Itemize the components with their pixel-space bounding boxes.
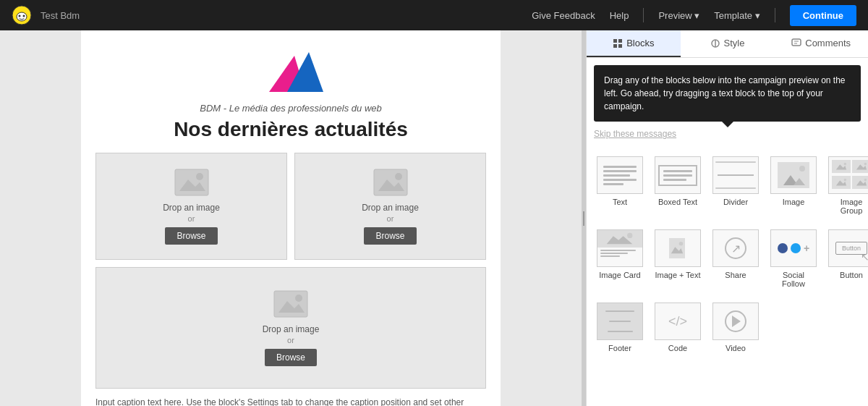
svg-point-33 (627, 233, 632, 238)
block-label-footer: Footer (608, 344, 631, 352)
svg-point-31 (864, 179, 867, 182)
canvas-area: BDM - Le média des professionnels du web… (0, 30, 582, 406)
tab-style[interactable]: Style (681, 30, 775, 57)
comments-icon (791, 38, 801, 48)
svg-rect-18 (618, 44, 622, 48)
svg-point-27 (864, 163, 867, 166)
browse-button-3[interactable]: Browse (265, 349, 317, 366)
brand-logo (255, 45, 327, 96)
tab-comments[interactable]: Comments (774, 30, 868, 57)
svg-point-35 (678, 242, 682, 245)
drop-or-1: or (188, 214, 195, 223)
block-icon-boxed-text (655, 156, 701, 194)
template-link[interactable]: Template ▾ (714, 10, 760, 21)
block-icon-image (770, 156, 817, 194)
preview-link[interactable]: Preview ▾ (658, 10, 699, 21)
block-icon-social-follow: + (770, 229, 817, 267)
drop-or-3: or (287, 336, 294, 344)
block-item-image-text[interactable]: Image + Text (652, 225, 704, 292)
block-label-video: Video (726, 344, 746, 352)
svg-marker-34 (671, 247, 682, 253)
block-icon-button: Button ↖ (828, 229, 868, 267)
right-panel: Blocks Style Comments Drag any of th (586, 30, 868, 406)
svg-marker-28 (836, 180, 846, 185)
image-placeholder-icon-2 (373, 168, 409, 197)
svg-point-2 (19, 15, 21, 17)
block-label-social-follow: Social Follow (770, 271, 817, 288)
block-item-share[interactable]: ↗ Share (710, 225, 762, 292)
site-tagline: BDM - Le média des professionnels du web (81, 103, 501, 114)
drop-text-3: Drop an image (263, 324, 320, 334)
browse-button-1[interactable]: Browse (165, 227, 217, 245)
block-label-image-group: Image Group (828, 198, 868, 215)
tab-blocks[interactable]: Blocks (587, 30, 681, 57)
block-item-button[interactable]: Button ↖ Button (825, 225, 868, 292)
block-item-image-card[interactable]: Image Card (594, 225, 646, 292)
panel-tabs: Blocks Style Comments (587, 30, 868, 58)
hint-text: Drag any of the blocks below into the ca… (604, 75, 846, 111)
style-icon (710, 38, 720, 48)
skip-messages-link[interactable]: Skip these messages (594, 129, 861, 139)
block-item-image-group[interactable]: Image Group (825, 152, 868, 219)
block-item-social-follow[interactable]: + Social Follow (767, 225, 820, 292)
svg-point-8 (196, 173, 203, 180)
nav-divider2 (775, 8, 775, 22)
site-headline: Nos dernières actualités (81, 118, 501, 141)
continue-button[interactable]: Continue (790, 5, 856, 26)
image-placeholder-icon-3 (273, 289, 309, 318)
svg-point-25 (844, 163, 847, 166)
svg-point-11 (395, 173, 402, 180)
svg-rect-17 (613, 44, 617, 48)
help-link[interactable]: Help (610, 10, 629, 21)
app-title: Test Bdm (41, 10, 523, 21)
svg-marker-26 (856, 164, 867, 169)
block-label-boxed-text: Boxed Text (658, 198, 697, 206)
block-label-image-text: Image + Text (655, 271, 700, 279)
block-item-image[interactable]: Image (767, 152, 820, 219)
block-item-boxed-text[interactable]: Boxed Text (652, 152, 704, 219)
block-label-divider: Divider (723, 198, 748, 206)
main-area: BDM - Le média des professionnels du web… (0, 30, 868, 406)
block-icon-video (712, 303, 759, 340)
logo-area (81, 30, 501, 103)
top-nav: Test Bdm Give Feedback Help Preview ▾ Te… (0, 0, 868, 30)
image-drop-2: Drop an image or Browse (294, 153, 486, 260)
svg-rect-15 (613, 39, 617, 43)
canvas-inner: BDM - Le média des professionnels du web… (81, 30, 501, 406)
drop-text-2: Drop an image (362, 203, 419, 213)
svg-point-29 (844, 179, 847, 182)
block-label-share: Share (725, 271, 746, 279)
give-feedback-link[interactable]: Give Feedback (532, 10, 595, 21)
svg-rect-6 (175, 169, 208, 195)
block-icon-code: </> (655, 303, 701, 340)
drop-text-1: Drop an image (163, 203, 220, 213)
image-drop-3: Drop an image or Browse (95, 267, 486, 389)
block-item-footer[interactable]: Footer (594, 298, 646, 357)
svg-point-3 (23, 15, 25, 17)
browse-button-2[interactable]: Browse (364, 227, 416, 245)
block-label-code: Code (668, 344, 687, 352)
block-label-image: Image (783, 198, 805, 206)
image-drop-1: Drop an image or Browse (95, 153, 287, 260)
svg-rect-21 (792, 39, 801, 46)
block-icon-share: ↗ (712, 229, 759, 267)
block-item-divider[interactable]: Divider (710, 152, 762, 219)
app-logo (12, 5, 32, 25)
svg-marker-30 (856, 180, 867, 185)
block-icon-image-text (655, 229, 701, 267)
block-grid: Text Boxed Text (587, 146, 868, 363)
svg-rect-12 (274, 291, 307, 317)
drop-or-2: or (387, 214, 394, 223)
resize-handle[interactable] (582, 30, 586, 406)
block-item-video[interactable]: Video (710, 298, 762, 357)
block-label-button: Button (840, 271, 863, 279)
hint-box: Drag any of the blocks below into the ca… (594, 65, 861, 122)
image-grid-top: Drop an image or Browse Drop an image or… (81, 153, 501, 260)
block-item-code[interactable]: </> Code (652, 298, 704, 357)
image-placeholder-icon-1 (174, 168, 210, 197)
caption-text: Input caption text here. Use the block's… (81, 396, 501, 406)
svg-marker-24 (836, 164, 846, 169)
grid-icon (613, 38, 623, 48)
block-label-text: Text (613, 198, 627, 206)
block-item-text[interactable]: Text (594, 152, 646, 219)
